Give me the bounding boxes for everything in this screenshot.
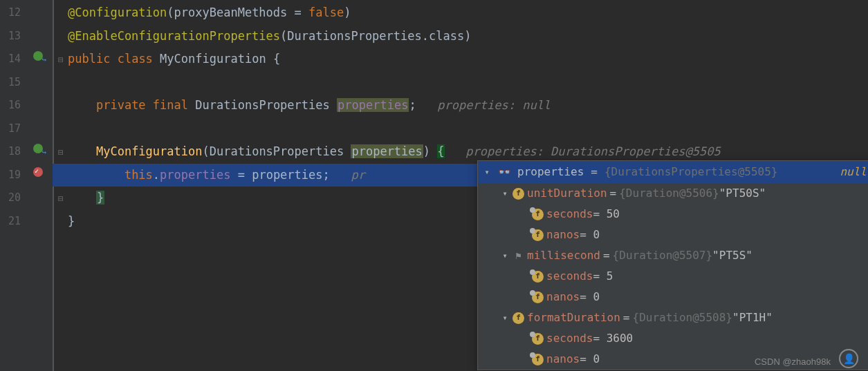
keyword: this <box>124 168 153 182</box>
arg-name: proxyBeanMethods <box>174 6 288 19</box>
line-number: 17 <box>0 117 21 141</box>
watermark-avatar-icon: 👤 <box>839 349 858 368</box>
classname: MyConfiguration <box>160 52 266 66</box>
chevron-down-icon[interactable]: ▾ <box>482 162 492 182</box>
fold-toggle[interactable]: ⊟ <box>58 187 68 211</box>
field-icon: f <box>513 188 524 200</box>
debug-tree-row[interactable]: fnanos = 0 <box>478 287 868 307</box>
chevron-down-icon[interactable]: ▾ <box>500 307 510 328</box>
line-number: 16 <box>0 94 21 117</box>
debug-tree-row[interactable]: fseconds = 5 <box>478 266 868 287</box>
var-value: = 50 <box>593 204 620 225</box>
line-number: 21 <box>0 210 21 234</box>
annotation: @EnableConfigurationProperties <box>68 29 280 43</box>
field-icon: f <box>532 271 544 283</box>
line-number: 19 <box>0 164 21 187</box>
inline-debug-hint: pr <box>351 168 365 182</box>
null-badge: null <box>840 162 868 182</box>
line-number: 20 <box>0 187 21 210</box>
classname: DurationsProperties <box>195 98 329 112</box>
fold-toggle[interactable]: ⊟ <box>58 48 68 72</box>
debug-value-popup[interactable]: ▾ 👓 properties = {DurationsProperties@55… <box>477 160 868 370</box>
popup-header[interactable]: ▾ 👓 properties = {DurationsProperties@55… <box>478 161 868 183</box>
var-type: {Duration@5508} <box>633 307 733 328</box>
var-value: = 5 <box>593 266 613 287</box>
code-line[interactable]: @Configuration(proxyBeanMethods = false) <box>53 1 868 25</box>
debug-tree-row[interactable]: fnanos = 0 <box>478 225 868 245</box>
code-line[interactable]: @EnableConfigurationProperties(Durations… <box>53 25 868 48</box>
line-number: 13 <box>0 25 21 48</box>
method: MyConfiguration <box>96 144 203 158</box>
classname: DurationsProperties <box>210 144 344 158</box>
var-value: "PT1H" <box>732 307 773 328</box>
annotation: @Configuration <box>68 6 167 19</box>
var-type: {Duration@5506} <box>619 183 719 204</box>
var-name: millisecond <box>527 245 600 266</box>
var-value: "PT5S" <box>712 245 752 266</box>
line-number: 15 <box>0 71 21 95</box>
identifier: properties <box>252 168 322 182</box>
flag-icon: ⚑ <box>513 245 524 266</box>
line-number-gutter: 12 13 14 15 16 17 18 19 20 21 <box>0 0 26 371</box>
var-name: formatDuration <box>527 307 620 328</box>
code-line[interactable] <box>53 71 868 95</box>
field: properties <box>337 98 409 112</box>
debug-tree-row[interactable]: fseconds = 3600 <box>478 328 868 349</box>
brace: } <box>96 191 104 204</box>
var-name: nanos <box>546 225 580 245</box>
breakpoint-icon[interactable] <box>33 166 46 178</box>
field: properties <box>160 168 230 182</box>
run-icon[interactable] <box>33 142 46 155</box>
keyword: final <box>153 98 188 112</box>
line-number: 12 <box>0 1 21 25</box>
field-icon: f <box>532 292 544 303</box>
code-line[interactable]: ⊟public class MyConfiguration { <box>53 48 868 71</box>
var-name: nanos <box>546 287 580 307</box>
var-type: {Duration@5507} <box>613 245 713 266</box>
watch-icon: 👓 <box>498 162 511 182</box>
icon-gutter <box>26 0 53 371</box>
var-value: = 0 <box>580 349 600 370</box>
chevron-down-icon[interactable]: ▾ <box>500 183 510 204</box>
brace: } <box>68 214 75 228</box>
code-line[interactable]: private final DurationsProperties proper… <box>53 94 868 117</box>
var-name: seconds <box>546 266 593 287</box>
debug-tree-row[interactable]: ▾⚑millisecond = {Duration@5507} "PT5S" <box>478 245 868 266</box>
field-icon: f <box>532 209 544 220</box>
chevron-down-icon[interactable]: ▾ <box>500 245 510 266</box>
code-area[interactable]: @Configuration(proxyBeanMethods = false)… <box>53 0 868 371</box>
line-number: 14 <box>0 48 21 71</box>
line-number: 18 <box>0 140 21 164</box>
var-value: = 3600 <box>593 328 633 349</box>
inline-debug-hint: properties: null <box>437 98 551 112</box>
keyword: public <box>68 52 110 66</box>
keyword: private <box>96 98 146 112</box>
field-icon: f <box>532 354 544 365</box>
debug-tree-row[interactable]: ▾funitDuration = {Duration@5506} "PT50S" <box>478 183 868 204</box>
var-type: {DurationsProperties@5505} <box>604 162 777 182</box>
debug-tree-row[interactable]: fseconds = 50 <box>478 204 868 225</box>
code-editor[interactable]: 12 13 14 15 16 17 18 19 20 21 @Configura… <box>0 0 868 371</box>
var-name: seconds <box>546 328 593 349</box>
var-value: = 0 <box>580 287 600 307</box>
var-value: = 0 <box>580 225 600 245</box>
literal: false <box>308 6 344 19</box>
field-icon: f <box>532 229 544 241</box>
debug-tree-row[interactable]: ▾fformatDuration = {Duration@5508} "PT1H… <box>478 307 868 328</box>
var-value: "PT50S" <box>719 183 766 204</box>
var-name: nanos <box>546 349 580 370</box>
keyword: class <box>118 52 153 66</box>
field-icon: f <box>532 333 544 345</box>
parameter: properties <box>351 144 423 158</box>
var-name: properties <box>517 162 584 182</box>
fold-toggle[interactable]: ⊟ <box>58 141 68 164</box>
classname: DurationsProperties <box>287 29 421 43</box>
var-name: unitDuration <box>527 183 607 204</box>
code-line[interactable] <box>53 117 868 141</box>
spring-bean-icon[interactable] <box>33 50 46 62</box>
inline-debug-hint: properties: DurationsProperties@5505 <box>465 144 720 158</box>
watermark-text: CSDN @zhaoh98k <box>755 356 831 367</box>
var-name: seconds <box>546 204 593 225</box>
field-icon: f <box>513 312 524 324</box>
